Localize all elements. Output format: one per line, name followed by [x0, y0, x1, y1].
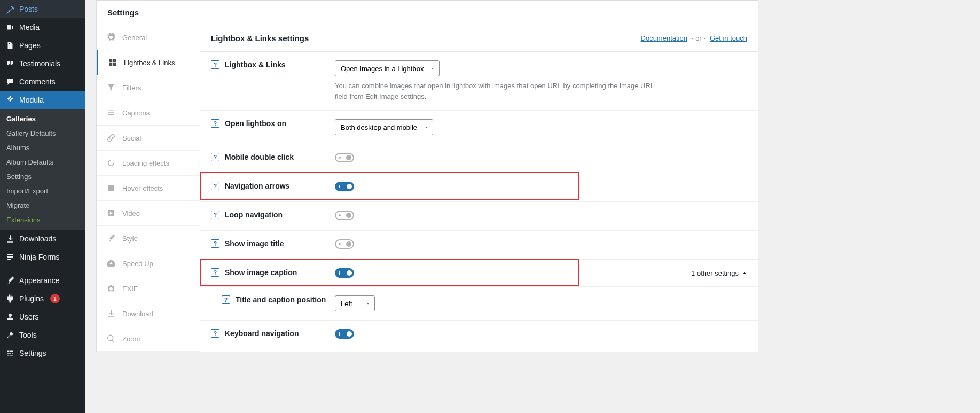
- help-icon[interactable]: ?: [211, 239, 219, 248]
- tab-video[interactable]: Video: [97, 201, 200, 226]
- sidebar-item-testimonials[interactable]: Testimonials: [0, 54, 85, 73]
- sidebar-label: Settings: [19, 349, 46, 357]
- mobile-double-click-toggle[interactable]: [335, 153, 354, 162]
- other-settings-toggle[interactable]: 1 other settings: [691, 269, 747, 277]
- sidebar-item-appearance[interactable]: Appearance: [0, 271, 85, 290]
- modula-icon: [5, 95, 15, 105]
- help-icon[interactable]: ?: [211, 60, 219, 69]
- sidebar-label: Tools: [19, 331, 37, 339]
- help-icon[interactable]: ?: [211, 153, 219, 161]
- row-show-image-title: ?Show image title: [200, 231, 758, 260]
- grid-icon: [108, 58, 117, 67]
- tab-label: Download: [122, 310, 153, 318]
- sidebar-item-tools[interactable]: Tools: [0, 326, 85, 344]
- main-content: Settings General Lightbox & Links Filter…: [85, 0, 769, 413]
- media-icon: [5, 22, 15, 32]
- sidebar-item-pages[interactable]: Pages: [0, 36, 85, 54]
- tab-lightbox-links[interactable]: Lightbox & Links: [97, 50, 200, 75]
- documentation-link[interactable]: Documentation: [641, 34, 687, 42]
- sidebar-label: Pages: [19, 41, 41, 50]
- row-lightbox-links: ?Lightbox & Links Open Images in a Light…: [200, 52, 758, 111]
- tab-label: Hover effects: [122, 184, 163, 192]
- lightbox-links-select[interactable]: Open Images in a Lightbox: [335, 60, 440, 76]
- sidebar-sub-gallery-defaults[interactable]: Gallery Defaults: [0, 126, 85, 141]
- row-mobile-double-click: ?Mobile double click: [200, 144, 758, 173]
- sidebar-sub-extensions[interactable]: Extensions: [0, 213, 85, 227]
- help-icon[interactable]: ?: [211, 182, 219, 190]
- sidebar-item-comments[interactable]: Comments: [0, 73, 85, 91]
- help-icon[interactable]: ?: [211, 268, 219, 277]
- tab-download[interactable]: Download: [97, 301, 200, 326]
- sidebar-sub-albums[interactable]: Albums: [0, 141, 85, 155]
- sidebar-item-users[interactable]: Users: [0, 308, 85, 326]
- tab-label: General: [122, 34, 147, 42]
- tab-loading-effects[interactable]: Loading effects: [97, 151, 200, 176]
- row-loop-navigation: ?Loop navigation: [200, 202, 758, 231]
- link-icon: [106, 133, 116, 143]
- tab-captions[interactable]: Captions: [97, 100, 200, 126]
- sidebar-item-ninja-forms[interactable]: Ninja Forms: [0, 248, 85, 266]
- tab-speed-up[interactable]: Speed Up: [97, 251, 200, 276]
- sidebar-label: Posts: [19, 5, 38, 13]
- field-label: Open lightbox on: [225, 119, 286, 128]
- navigation-arrows-toggle[interactable]: [335, 182, 354, 191]
- sidebar-item-settings[interactable]: Settings: [0, 344, 85, 362]
- tab-general[interactable]: General: [97, 25, 200, 50]
- sidebar-label: Plugins: [19, 294, 44, 303]
- help-icon[interactable]: ?: [211, 211, 219, 219]
- sidebar-item-media[interactable]: Media: [0, 18, 85, 36]
- title-position-select[interactable]: Left: [335, 295, 375, 311]
- tab-label: Social: [122, 134, 141, 142]
- pin-icon: [5, 4, 15, 14]
- show-title-toggle[interactable]: [335, 239, 354, 249]
- field-label: Title and caption position: [236, 295, 326, 304]
- brush-icon: [5, 276, 15, 285]
- sidebar-sub-import-export[interactable]: Import/Export: [0, 184, 85, 198]
- tab-style[interactable]: Style: [97, 226, 200, 251]
- sidebar-item-modula[interactable]: Modula: [0, 91, 85, 109]
- sidebar-item-posts[interactable]: Posts: [0, 0, 85, 18]
- sidebar-label: Appearance: [19, 276, 60, 285]
- field-label: Keyboard navigation: [225, 329, 299, 338]
- tab-label: EXIF: [122, 285, 138, 293]
- tab-exif[interactable]: EXIF: [97, 276, 200, 301]
- row-open-lightbox-on: ?Open lightbox on Both desktop and mobil…: [200, 111, 758, 144]
- plugin-icon: [5, 294, 15, 303]
- sidebar-label: Comments: [19, 77, 56, 86]
- tab-filters[interactable]: Filters: [97, 75, 200, 100]
- field-label: Navigation arrows: [225, 182, 289, 190]
- tab-label: Captions: [122, 109, 150, 117]
- sidebar-sub-album-defaults[interactable]: Album Defaults: [0, 155, 85, 169]
- tab-social[interactable]: Social: [97, 126, 200, 151]
- help-icon[interactable]: ?: [211, 329, 219, 338]
- zoom-icon: [106, 334, 116, 344]
- sidebar-sub-settings[interactable]: Settings: [0, 169, 85, 184]
- show-caption-toggle[interactable]: [335, 268, 354, 278]
- field-description: You can combine images that open in ligh…: [335, 81, 666, 102]
- loop-navigation-toggle[interactable]: [335, 211, 354, 220]
- sidebar-submenu: Galleries Gallery Defaults Albums Album …: [0, 109, 85, 230]
- user-icon: [5, 312, 15, 322]
- open-lightbox-select[interactable]: Both desktop and mobile: [335, 119, 433, 135]
- gear-icon: [106, 33, 116, 42]
- help-icon[interactable]: ?: [222, 295, 230, 304]
- refresh-icon: [106, 158, 116, 168]
- sidebar-item-downloads[interactable]: Downloads: [0, 230, 85, 248]
- list-icon: [106, 108, 116, 118]
- sidebar-label: Testimonials: [19, 59, 60, 68]
- sidebar-sub-migrate[interactable]: Migrate: [0, 198, 85, 213]
- sidebar-sub-galleries[interactable]: Galleries: [0, 112, 85, 126]
- filter-icon: [106, 83, 116, 92]
- sidebar-item-plugins[interactable]: Plugins1: [0, 290, 85, 308]
- tab-zoom[interactable]: Zoom: [97, 326, 200, 352]
- tab-hover-effects[interactable]: Hover effects: [97, 176, 200, 201]
- contact-link[interactable]: Get in touch: [710, 34, 747, 42]
- help-icon[interactable]: ?: [211, 119, 219, 128]
- row-navigation-arrows: ?Navigation arrows: [200, 173, 758, 202]
- tab-label: Video: [122, 209, 140, 217]
- tab-label: Zoom: [122, 335, 140, 343]
- collapse-icon: [742, 270, 747, 276]
- keyboard-navigation-toggle[interactable]: [335, 329, 354, 339]
- paint-icon: [106, 233, 116, 243]
- camera-icon: [106, 284, 116, 293]
